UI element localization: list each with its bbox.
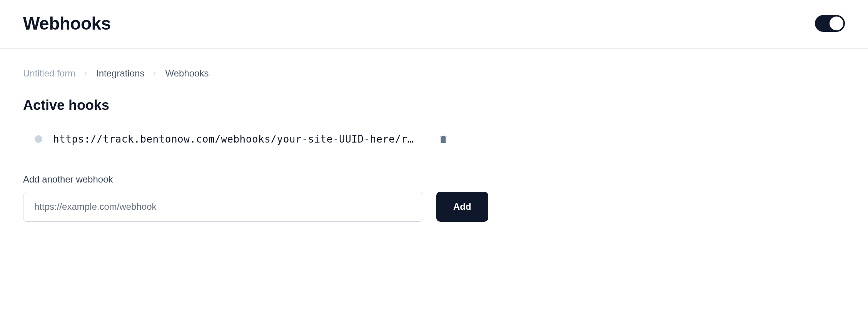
delete-hook-button[interactable] [436, 131, 451, 147]
page-title: Webhooks [23, 13, 111, 34]
webhooks-toggle[interactable] [815, 15, 845, 32]
active-hooks-title: Active hooks [23, 97, 845, 113]
breadcrumb: Untitled form Integrations Webhooks [23, 68, 845, 79]
add-button[interactable]: Add [436, 192, 488, 222]
toggle-knob [830, 17, 843, 30]
page-content: Untitled form Integrations Webhooks Acti… [0, 49, 868, 241]
webhook-url-input[interactable] [23, 192, 423, 222]
trash-icon [438, 133, 448, 145]
breadcrumb-item-webhooks[interactable]: Webhooks [165, 68, 209, 79]
breadcrumb-item-integrations[interactable]: Integrations [96, 68, 144, 79]
hook-row: https://track.bentonow.com/webhooks/your… [23, 131, 845, 147]
status-dot-icon [35, 135, 42, 143]
hook-url: https://track.bentonow.com/webhooks/your… [53, 133, 414, 145]
page-header: Webhooks [0, 0, 868, 49]
add-webhook-row: Add [23, 192, 845, 222]
chevron-right-icon [152, 71, 157, 76]
chevron-right-icon [83, 71, 88, 76]
add-webhook-label: Add another webhook [23, 174, 845, 185]
breadcrumb-item-form[interactable]: Untitled form [23, 68, 75, 79]
